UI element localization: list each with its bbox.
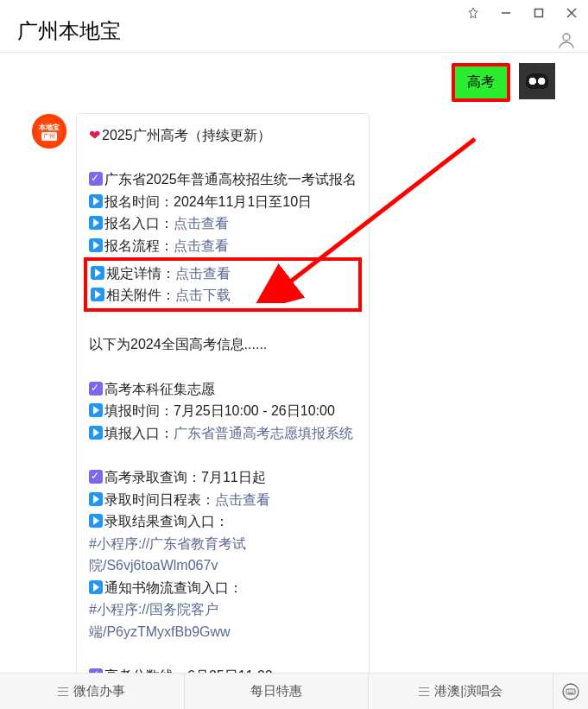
pin-icon[interactable] [465, 5, 481, 21]
play-icon [89, 580, 103, 594]
link-miniapp-edu[interactable]: #小程序://广东省教育考试院/S6vj6toaWlm067v [89, 533, 357, 577]
tab-hk-concert[interactable]: 港澳|演唱会 [369, 674, 553, 709]
play-icon [89, 216, 103, 230]
highlighted-box: 规定详情：点击查看 相关附件：点击下载 [84, 257, 362, 312]
link-schedule[interactable]: 点击查看 [215, 492, 270, 507]
link-signup-flow[interactable]: 点击查看 [174, 238, 229, 253]
svg-point-4 [563, 34, 570, 41]
check-icon [89, 172, 103, 186]
svg-rect-7 [566, 689, 575, 694]
svg-point-6 [563, 684, 579, 700]
play-icon [89, 238, 103, 252]
svg-point-8 [568, 690, 569, 691]
link-signup-entry[interactable]: 点击查看 [174, 216, 229, 231]
minimize-icon[interactable] [498, 5, 514, 21]
link-miniapp-gov[interactable]: #小程序://国务院客户端/P6yzTMyxfBb9Gww [89, 598, 357, 643]
play-icon [91, 288, 104, 301]
play-icon [89, 492, 103, 506]
maximize-icon[interactable] [531, 5, 547, 21]
play-icon [89, 194, 103, 208]
svg-rect-1 [535, 9, 543, 17]
check-icon [89, 382, 103, 396]
svg-point-10 [572, 690, 573, 691]
check-icon [89, 668, 103, 674]
play-icon [89, 426, 103, 440]
window-title: 广州本地宝 [17, 17, 121, 45]
link-rules-detail[interactable]: 点击查看 [175, 266, 231, 281]
user-message-bubble: 高考 [452, 63, 510, 102]
user-avatar[interactable] [519, 63, 555, 99]
svg-point-9 [570, 690, 571, 691]
bot-avatar[interactable]: 本地宝 广州 [31, 113, 67, 149]
keyboard-icon[interactable] [553, 674, 588, 709]
hamburger-icon [58, 687, 68, 696]
chat-area: 高考 本地宝 广州 ❤2025广州高考（持续更新） 广东省2025年普通高校招生… [0, 52, 588, 674]
tab-wechat-service[interactable]: 微信办事 [0, 674, 185, 709]
check-icon [89, 470, 103, 484]
heart-icon: ❤ [89, 128, 100, 142]
link-attachment-download[interactable]: 点击下载 [175, 288, 231, 302]
play-icon [91, 266, 104, 280]
window-controls [465, 5, 579, 21]
hamburger-icon [419, 687, 429, 696]
tab-daily-deal[interactable]: 每日特惠 [185, 674, 370, 709]
close-icon[interactable] [564, 5, 579, 21]
play-icon [89, 403, 103, 417]
bot-message-bubble: ❤2025广州高考（持续更新） 广东省2025年普通高校招生统一考试报名 报名时… [76, 113, 370, 674]
user-icon[interactable] [557, 31, 576, 50]
link-volunteer-system[interactable]: 广东省普通高考志愿填报系统 [174, 426, 353, 440]
play-icon [89, 514, 103, 528]
bottom-bar: 微信办事 每日特惠 港澳|演唱会 [0, 674, 588, 709]
